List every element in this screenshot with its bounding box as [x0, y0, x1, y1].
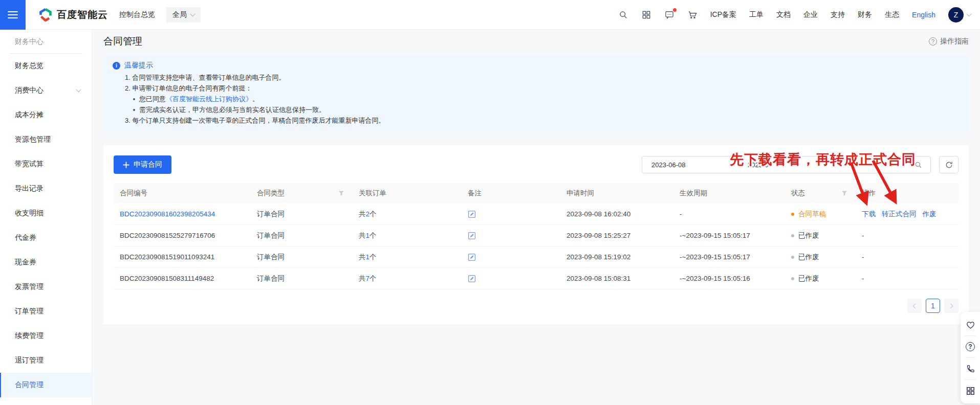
- actions-placeholder: -: [862, 275, 864, 282]
- nav-link-tickets[interactable]: 工单: [749, 10, 764, 19]
- top-bar: 百度智能云 控制台总览 全局: [0, 0, 980, 30]
- void-action[interactable]: 作废: [923, 210, 937, 219]
- contracts-table: 合同编号 合同类型 关联订单 备注 申请时间 生效周期 状态 操作: [114, 183, 959, 289]
- nav-link-finance[interactable]: 财务: [858, 10, 872, 19]
- sidebar-item-voucher[interactable]: 代金券: [0, 226, 92, 250]
- cart-icon[interactable]: [687, 10, 698, 20]
- table-row: BDC202309081519011093241 订单合同 共1个 2023-0…: [114, 246, 959, 268]
- sidebar-section-title: 财务中心: [0, 30, 92, 53]
- pagination: 1: [114, 299, 959, 313]
- account-menu[interactable]: Z: [948, 7, 971, 22]
- sidebar-item-consume-center[interactable]: 消费中心: [0, 78, 92, 103]
- sidebar-item-cost-allocation[interactable]: 成本分摊: [0, 103, 92, 127]
- sidebar-item-export-records[interactable]: 导出记录: [0, 176, 92, 201]
- filter-icon[interactable]: [841, 190, 847, 196]
- console-overview-link[interactable]: 控制台总览: [119, 10, 155, 19]
- notice-line-2: 2. 申请带订单信息的电子合同有两个前提：: [125, 83, 960, 94]
- sidebar-item-invoice-management[interactable]: 发票管理: [0, 275, 92, 299]
- col-apply-time: 申请时间: [560, 189, 673, 198]
- search-icon[interactable]: [618, 10, 628, 20]
- status-badge: 已作废: [791, 231, 819, 240]
- chevron-down-icon: [76, 87, 81, 93]
- region-selector[interactable]: 全局: [166, 7, 201, 22]
- status-dot: [791, 234, 794, 237]
- plus-icon: [123, 162, 129, 168]
- purchase-agreement-link[interactable]: 《百度智能云线上订购协议》: [166, 94, 252, 104]
- table-header-row: 合同编号 合同类型 关联订单 备注 申请时间 生效周期 状态 操作: [114, 183, 959, 204]
- top-bar-right: ICP备案 工单 文档 企业 支持 财务 生态 English Z: [618, 7, 980, 22]
- nav-link-ecosystem[interactable]: 生态: [885, 10, 899, 19]
- refresh-button[interactable]: [939, 156, 959, 173]
- orders-count-link[interactable]: 7: [366, 275, 370, 282]
- avatar[interactable]: Z: [948, 7, 964, 22]
- linked-orders: 共1个: [353, 253, 462, 262]
- apps-grid-icon[interactable]: [641, 10, 651, 20]
- nav-link-support[interactable]: 支持: [831, 10, 845, 19]
- linked-orders: 共1个: [353, 231, 462, 240]
- table-row: BDC202309081525279716706 订单合同 共1个 2023-0…: [114, 225, 959, 246]
- sidebar-item-unsubscribe-management[interactable]: 退订管理: [0, 348, 92, 373]
- sidebar-item-order-management[interactable]: 订单管理: [0, 299, 92, 324]
- messages-icon[interactable]: [664, 10, 674, 20]
- edit-remark-icon[interactable]: [468, 275, 476, 283]
- brand-logo-icon: [39, 8, 52, 21]
- contract-no-link[interactable]: BDC202309081602398205434: [120, 210, 215, 218]
- contract-no: BDC202309081508311149482: [120, 275, 214, 282]
- next-page-button[interactable]: [944, 299, 959, 313]
- edit-remark-icon[interactable]: [468, 253, 476, 261]
- notice-banner: i 温馨提示 1. 合同管理支持您申请、查看带订单信息的电子合同。 2. 申请带…: [103, 55, 969, 132]
- sidebar-item-finance-overview[interactable]: 财务总览: [0, 54, 92, 78]
- nav-link-icp[interactable]: ICP备案: [710, 10, 736, 19]
- orders-count-link[interactable]: 1: [366, 253, 370, 261]
- status-badge: 已作废: [791, 274, 819, 283]
- main-content: 合同管理 ? 操作指南 i 温馨提示 1. 合同管理支持您申请、查看带订单信息的…: [92, 30, 980, 405]
- status-badge: 已作废: [791, 253, 819, 262]
- filter-icon[interactable]: [338, 190, 344, 196]
- language-switch[interactable]: English: [912, 11, 935, 19]
- sidebar-item-contract-management[interactable]: 合同管理: [0, 373, 92, 397]
- download-action[interactable]: 下载: [862, 210, 876, 219]
- question-circle-icon: ?: [929, 37, 937, 46]
- prev-page-button[interactable]: [907, 299, 922, 313]
- notice-line-3: 3. 每个订单只支持创建一次带电子章的正式合同，草稿合同需作废后才能重新申请合同…: [125, 115, 960, 126]
- edit-remark-icon[interactable]: [468, 232, 476, 240]
- linked-orders: 共2个: [353, 210, 462, 219]
- annotation-text: 先下载看看，再转成正式合同: [730, 150, 916, 169]
- nav-link-docs[interactable]: 文档: [776, 10, 791, 19]
- sidebar-item-cash-coupon[interactable]: 现金券: [0, 250, 92, 275]
- orders-count-link[interactable]: 1: [366, 232, 370, 239]
- current-page-button[interactable]: 1: [926, 299, 940, 313]
- date-start-value[interactable]: 2023-06-08: [651, 161, 727, 169]
- row-actions: 下载 转正式合同 作废: [862, 210, 937, 219]
- apply-time: 2023-09-08 15:08:31: [567, 275, 630, 282]
- favorite-heart-icon[interactable]: [961, 314, 980, 335]
- help-icon[interactable]: ?: [961, 336, 980, 357]
- apply-contract-button[interactable]: 申请合同: [114, 155, 171, 174]
- apply-time: 2023-09-08 16:02:40: [567, 210, 630, 218]
- info-icon: i: [113, 62, 120, 70]
- status-badge: 合同草稿: [791, 210, 826, 219]
- hamburger-menu-button[interactable]: [0, 0, 26, 30]
- convert-to-formal-action[interactable]: 转正式合同: [882, 210, 917, 219]
- notification-dot: [673, 8, 677, 12]
- apps-grid-icon[interactable]: [961, 380, 980, 401]
- phone-contact-icon[interactable]: [961, 358, 980, 379]
- operation-guide-link[interactable]: ? 操作指南: [929, 37, 969, 46]
- contract-type: 订单合同: [257, 274, 285, 283]
- contract-type: 订单合同: [257, 253, 285, 262]
- linked-orders: 共7个: [353, 274, 462, 283]
- nav-link-enterprise[interactable]: 企业: [803, 10, 818, 19]
- notice-body: 1. 合同管理支持您申请、查看带订单信息的电子合同。 2. 申请带订单信息的电子…: [113, 72, 960, 126]
- chevron-right-icon: [948, 303, 953, 308]
- sidebar-item-bandwidth-calc[interactable]: 带宽试算: [0, 152, 92, 176]
- orders-count-link[interactable]: 2: [366, 210, 370, 218]
- sidebar-item-resource-package[interactable]: 资源包管理: [0, 127, 92, 152]
- brand-logo[interactable]: 百度智能云: [39, 8, 108, 21]
- effective-period: -~2023-09-15 15:05:17: [680, 232, 750, 239]
- floating-toolbar: ?: [961, 312, 980, 403]
- col-linked-orders: 关联订单: [353, 189, 462, 198]
- edit-remark-icon[interactable]: [468, 210, 476, 218]
- col-contract-no: 合同编号: [114, 189, 251, 198]
- sidebar-item-income-expense[interactable]: 收支明细: [0, 201, 92, 226]
- sidebar-item-renewal-management[interactable]: 续费管理: [0, 324, 92, 348]
